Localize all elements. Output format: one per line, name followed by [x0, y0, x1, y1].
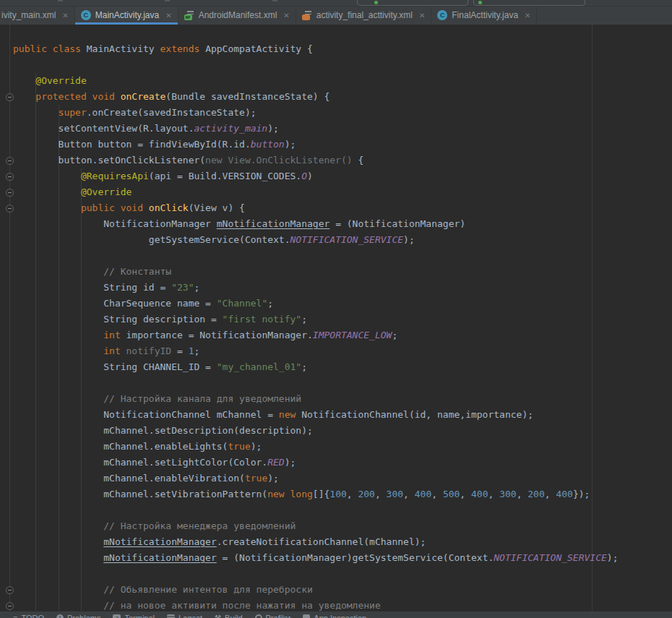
code-line[interactable]: public class MainActivity extends AppCom…: [0, 41, 672, 57]
code-line[interactable]: @RequiresApi(api = Build.VERSION_CODES.O…: [0, 168, 672, 184]
tab-label: AndroidManifest.xml: [199, 10, 277, 20]
code-line[interactable]: @Override: [0, 73, 672, 89]
statusbar-item-profiler[interactable]: Profiler: [255, 614, 291, 618]
status-dot-icon: [374, 1, 378, 4]
tab-mainactivity-java[interactable]: CMainActivity.java✕: [75, 6, 178, 25]
statusbar-item-label: Logcat: [178, 614, 202, 618]
statusbar-item-label: Build: [225, 614, 242, 618]
tab-label: FinalActtivity.java: [452, 10, 518, 20]
java-class-icon: C: [437, 10, 447, 20]
code-line[interactable]: setContentView(R.layout.activity_main);: [0, 121, 672, 137]
profiler-icon: [255, 614, 262, 618]
fold-marker-icon[interactable]: [6, 157, 14, 165]
tab-finalacttivity-java[interactable]: CFinalActtivity.java✕: [431, 6, 537, 25]
code-line[interactable]: mNotificationManager = (NotificationMana…: [0, 550, 672, 566]
toolbar-button-edge: [272, 0, 277, 1]
code-line[interactable]: mNotificationManager.createNotificationC…: [0, 534, 672, 550]
code-line[interactable]: // Настройка менеджера уведомлений: [0, 518, 672, 534]
app-inspection-icon: [303, 614, 310, 618]
tab-close-icon[interactable]: ✕: [419, 12, 425, 20]
tab-label: MainActivity.java: [95, 10, 159, 20]
code-area[interactable]: public class MainActivity extends AppCom…: [0, 41, 672, 614]
code-line[interactable]: String id = "23";: [0, 280, 672, 296]
code-line[interactable]: [0, 502, 672, 518]
tab-activity-final-acttivity-xml[interactable]: activity_final_acttivity.xml✕: [296, 6, 432, 25]
tab-label: ivity_main.xml: [1, 10, 56, 20]
fold-marker-icon[interactable]: [6, 602, 14, 610]
code-line[interactable]: public void onClick(View v) {: [0, 200, 672, 216]
problems-icon: !: [56, 614, 64, 618]
file-type-badge: [302, 14, 310, 20]
status-bar: ≡TODO!Problems>TerminalLogcat⚒BuildProfi…: [0, 611, 672, 618]
statusbar-item-build[interactable]: ⚒Build: [215, 614, 242, 618]
tab-close-icon[interactable]: ✕: [525, 12, 530, 20]
code-line[interactable]: [0, 375, 672, 391]
editor-tab-bar: ivity_main.xml✕CMainActivity.java✕MFAndr…: [0, 6, 672, 25]
statusbar-item-label: Terminal: [124, 614, 155, 618]
fold-marker-icon[interactable]: [6, 93, 14, 101]
code-line[interactable]: [0, 57, 672, 73]
code-line[interactable]: String description = "first notify";: [0, 312, 672, 327]
fold-marker-icon[interactable]: [6, 205, 14, 213]
code-line[interactable]: [0, 566, 672, 582]
code-line[interactable]: CharSequence name = "Channel";: [0, 296, 672, 312]
device-group[interactable]: [473, 0, 585, 6]
code-line[interactable]: // Обьявление интентов для переброски: [0, 582, 672, 598]
statusbar-item-todo[interactable]: ≡TODO: [13, 614, 44, 618]
file-type-badge: MF: [184, 14, 192, 20]
statusbar-item-problems[interactable]: !Problems: [56, 614, 100, 618]
tab-close-icon[interactable]: ✕: [283, 12, 289, 20]
statusbar-item-app-inspection[interactable]: App Inspection: [303, 614, 366, 618]
tab-androidmanifest-xml[interactable]: MFAndroidManifest.xml✕: [178, 6, 296, 25]
code-line[interactable]: mChannel.setDescription(description);: [0, 423, 672, 439]
code-editor[interactable]: public class MainActivity extends AppCom…: [0, 25, 672, 611]
fold-marker-icon[interactable]: [6, 189, 14, 197]
toolbar-button-edge: [58, 0, 63, 1]
tab-label: activity_final_acttivity.xml: [316, 10, 413, 20]
layout-xml-file-icon: [302, 10, 312, 20]
code-line[interactable]: mChannel.setLightColor(Color.RED);: [0, 455, 672, 471]
statusbar-item-label: Profiler: [266, 614, 291, 618]
code-line[interactable]: protected void onCreate(Bundle savedInst…: [0, 89, 672, 105]
code-line[interactable]: getSystemService(Context.NOTIFICATION_SE…: [0, 232, 672, 248]
code-line[interactable]: // Константы: [0, 264, 672, 280]
terminal-icon: >: [113, 614, 121, 618]
statusbar-item-logcat[interactable]: Logcat: [167, 614, 202, 618]
code-line[interactable]: mChannel.enableVibration(true);: [0, 471, 672, 486]
tab-close-icon[interactable]: ✕: [62, 12, 68, 20]
android-studio-window: ivity_main.xml✕CMainActivity.java✕MFAndr…: [0, 0, 672, 618]
code-line[interactable]: String CHANNEL_ID = "my_channel_01";: [0, 359, 672, 375]
code-line[interactable]: int notifyID = 1;: [0, 343, 672, 359]
toolbar-button-edge: [165, 0, 170, 1]
code-line[interactable]: button.setOnClickListener(new View.OnCli…: [0, 153, 672, 168]
todo-icon: ≡: [13, 614, 17, 618]
statusbar-item-label: Problems: [67, 614, 100, 618]
code-line[interactable]: int importance = NotificationManager.IMP…: [0, 327, 672, 343]
tab-close-icon[interactable]: ✕: [165, 12, 171, 20]
manifest-file-icon: MF: [184, 10, 194, 20]
code-line[interactable]: NotificationChannel mChannel = new Notif…: [0, 407, 672, 423]
fold-marker-icon[interactable]: [6, 586, 14, 594]
code-line[interactable]: NotificationManager mNotificationManager…: [0, 216, 672, 232]
code-line[interactable]: super.onCreate(savedInstanceState);: [0, 105, 672, 121]
fold-marker-icon[interactable]: [6, 173, 14, 181]
code-line[interactable]: [0, 248, 672, 264]
logcat-icon: [167, 614, 175, 618]
code-line[interactable]: // Настройка канала для уведомлений: [0, 391, 672, 407]
build-icon: ⚒: [215, 614, 221, 618]
code-line[interactable]: Button button = findViewById(R.id.button…: [0, 137, 672, 153]
code-line[interactable]: mChannel.enableLights(true);: [0, 439, 672, 455]
code-line[interactable]: @Override: [0, 184, 672, 200]
statusbar-item-label: App Inspection: [314, 614, 366, 618]
toolbar-strip: [0, 0, 672, 7]
tab-ivity-main-xml[interactable]: ivity_main.xml✕: [0, 6, 75, 25]
statusbar-item-terminal[interactable]: >Terminal: [113, 614, 155, 618]
code-line[interactable]: mChannel.setVibrationPattern(new long[]{…: [0, 486, 672, 502]
java-class-icon: C: [81, 10, 91, 20]
statusbar-item-label: TODO: [21, 614, 44, 618]
status-dot-icon: [478, 1, 482, 4]
